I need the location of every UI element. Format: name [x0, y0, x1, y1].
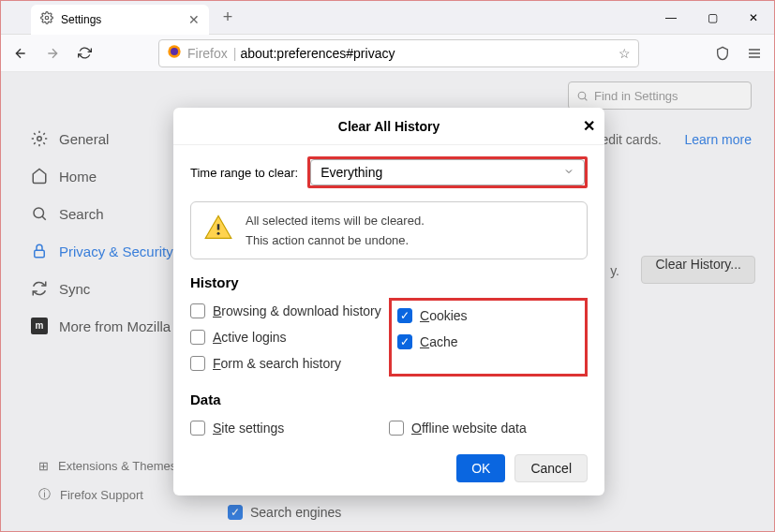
url-path: about:preferences#privacy: [240, 46, 395, 61]
time-range-label: Time range to clear:: [190, 166, 298, 180]
warning-icon: [204, 214, 232, 244]
reload-button[interactable]: [70, 39, 98, 67]
dialog-header: Clear All History ✕: [173, 108, 604, 145]
check-browsing[interactable]: Browsing & download history: [190, 298, 389, 324]
check-form[interactable]: Form & search history: [190, 350, 389, 377]
history-section-header: History: [190, 274, 588, 290]
warning-line2: This action cannot be undone.: [246, 233, 425, 247]
svg-point-2: [171, 48, 178, 55]
tab-title: Settings: [61, 13, 101, 26]
svg-point-0: [45, 16, 49, 20]
check-logins[interactable]: Active logins: [190, 324, 389, 350]
titlebar: Settings ✕ + — ▢ ✕: [1, 1, 774, 35]
check-cache[interactable]: ✓Cache: [397, 329, 579, 355]
svg-point-7: [217, 232, 220, 235]
cancel-button[interactable]: Cancel: [514, 454, 588, 482]
check-cookies[interactable]: ✓Cookies: [397, 303, 579, 329]
firefox-icon: [167, 44, 182, 62]
checkbox-icon: [190, 421, 205, 436]
close-dialog-button[interactable]: ✕: [583, 117, 595, 135]
maximize-button[interactable]: ▢: [692, 1, 733, 35]
close-window-button[interactable]: ✕: [733, 1, 774, 35]
check-site-settings[interactable]: Site settings: [190, 415, 389, 441]
cookies-cache-highlight: ✓Cookies ✓Cache: [389, 298, 588, 377]
menu-button[interactable]: [740, 39, 768, 67]
url-bar[interactable]: Firefox | about:preferences#privacy ☆: [158, 39, 639, 67]
browser-tab[interactable]: Settings ✕: [31, 5, 209, 35]
checkbox-icon: ✓: [397, 334, 412, 349]
gear-icon: [40, 11, 53, 27]
warning-line1: All selected items will be cleared.: [246, 214, 425, 228]
data-section-header: Data: [190, 392, 588, 407]
checkbox-icon: [190, 330, 205, 345]
window-controls: — ▢ ✕: [650, 1, 774, 35]
ok-button[interactable]: OK: [456, 454, 505, 482]
checkbox-icon: [389, 421, 404, 436]
toolbar: Firefox | about:preferences#privacy ☆: [1, 35, 774, 72]
checkbox-icon: [190, 356, 205, 371]
warning-box: All selected items will be cleared. This…: [190, 201, 588, 259]
check-offline[interactable]: Offline website data: [389, 415, 588, 441]
forward-button[interactable]: [38, 39, 67, 67]
clear-history-dialog: Clear All History ✕ Time range to clear:…: [173, 108, 604, 495]
new-tab-button[interactable]: +: [216, 7, 239, 27]
checkbox-icon: [190, 303, 205, 318]
back-button[interactable]: [7, 39, 35, 67]
close-tab-icon[interactable]: ✕: [188, 12, 200, 27]
chevron-down-icon: [563, 165, 574, 180]
dialog-title: Clear All History: [338, 119, 440, 134]
checkbox-icon: ✓: [397, 308, 412, 323]
time-range-select[interactable]: Everything: [310, 159, 585, 185]
pocket-icon[interactable]: [708, 39, 737, 67]
time-range-highlight: Everything: [307, 156, 588, 188]
minimize-button[interactable]: —: [650, 1, 692, 35]
url-protocol: Firefox: [187, 46, 228, 61]
bookmark-star-icon[interactable]: ☆: [619, 46, 631, 61]
